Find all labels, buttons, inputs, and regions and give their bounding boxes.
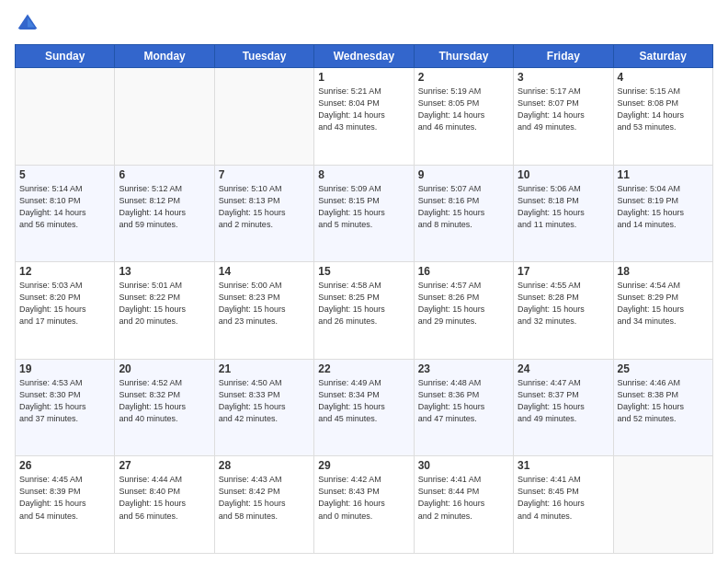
day-info: Sunrise: 5:21 AM Sunset: 8:04 PM Dayligh… [318, 86, 409, 133]
day-header-thursday: Thursday [414, 45, 513, 68]
day-info: Sunrise: 5:03 AM Sunset: 8:20 PM Dayligh… [19, 280, 110, 327]
day-number: 23 [418, 362, 509, 375]
day-info: Sunrise: 5:15 AM Sunset: 8:08 PM Dayligh… [618, 86, 709, 133]
calendar-cell [115, 68, 214, 166]
calendar-cell: 27Sunrise: 4:44 AM Sunset: 8:40 PM Dayli… [115, 456, 214, 554]
calendar-header-row: SundayMondayTuesdayWednesdayThursdayFrid… [16, 45, 713, 68]
calendar-cell: 13Sunrise: 5:01 AM Sunset: 8:22 PM Dayli… [115, 262, 214, 360]
day-info: Sunrise: 4:57 AM Sunset: 8:26 PM Dayligh… [418, 280, 509, 327]
day-header-sunday: Sunday [16, 45, 115, 68]
calendar-cell: 17Sunrise: 4:55 AM Sunset: 8:28 PM Dayli… [514, 262, 613, 360]
day-number: 7 [219, 168, 310, 181]
day-number: 18 [618, 265, 709, 278]
day-number: 29 [318, 459, 409, 472]
logo-icon [15, 11, 40, 37]
calendar-cell: 16Sunrise: 4:57 AM Sunset: 8:26 PM Dayli… [414, 262, 513, 360]
calendar-cell: 10Sunrise: 5:06 AM Sunset: 8:18 PM Dayli… [514, 165, 613, 262]
day-header-monday: Monday [115, 45, 214, 68]
day-number: 30 [418, 459, 509, 472]
day-number: 26 [19, 459, 110, 472]
day-info: Sunrise: 4:54 AM Sunset: 8:29 PM Dayligh… [618, 280, 709, 327]
day-info: Sunrise: 4:45 AM Sunset: 8:39 PM Dayligh… [19, 474, 110, 522]
calendar-cell: 31Sunrise: 4:41 AM Sunset: 8:45 PM Dayli… [514, 456, 613, 554]
day-info: Sunrise: 4:43 AM Sunset: 8:42 PM Dayligh… [219, 474, 310, 522]
day-number: 9 [418, 168, 509, 181]
day-info: Sunrise: 4:46 AM Sunset: 8:38 PM Dayligh… [618, 377, 709, 425]
calendar-cell: 5Sunrise: 5:14 AM Sunset: 8:10 PM Daylig… [16, 165, 115, 262]
day-number: 8 [318, 168, 409, 181]
day-info: Sunrise: 4:41 AM Sunset: 8:44 PM Dayligh… [418, 474, 509, 522]
day-header-saturday: Saturday [613, 45, 712, 68]
day-number: 16 [418, 265, 509, 278]
calendar-cell: 23Sunrise: 4:48 AM Sunset: 8:36 PM Dayli… [414, 359, 513, 456]
day-number: 15 [318, 265, 409, 278]
day-info: Sunrise: 4:47 AM Sunset: 8:37 PM Dayligh… [518, 377, 609, 425]
day-number: 20 [119, 362, 210, 375]
day-info: Sunrise: 5:00 AM Sunset: 8:23 PM Dayligh… [219, 280, 310, 327]
day-info: Sunrise: 5:01 AM Sunset: 8:22 PM Dayligh… [119, 280, 210, 327]
day-header-wednesday: Wednesday [314, 45, 414, 68]
calendar-cell: 1Sunrise: 5:21 AM Sunset: 8:04 PM Daylig… [314, 68, 414, 166]
day-number: 21 [219, 362, 310, 375]
day-info: Sunrise: 5:12 AM Sunset: 8:12 PM Dayligh… [119, 183, 210, 231]
calendar-week-row: 1Sunrise: 5:21 AM Sunset: 8:04 PM Daylig… [16, 68, 713, 166]
day-number: 28 [219, 459, 310, 472]
calendar-cell: 15Sunrise: 4:58 AM Sunset: 8:25 PM Dayli… [314, 262, 414, 360]
calendar-cell: 11Sunrise: 5:04 AM Sunset: 8:19 PM Dayli… [613, 165, 712, 262]
day-info: Sunrise: 4:52 AM Sunset: 8:32 PM Dayligh… [119, 377, 210, 425]
calendar-cell: 2Sunrise: 5:19 AM Sunset: 8:05 PM Daylig… [414, 68, 513, 166]
day-info: Sunrise: 5:17 AM Sunset: 8:07 PM Dayligh… [518, 86, 609, 133]
calendar-page: SundayMondayTuesdayWednesdayThursdayFrid… [0, 0, 728, 563]
calendar-cell [16, 68, 115, 166]
day-number: 22 [318, 362, 409, 375]
day-info: Sunrise: 4:44 AM Sunset: 8:40 PM Dayligh… [119, 474, 210, 522]
calendar-cell: 7Sunrise: 5:10 AM Sunset: 8:13 PM Daylig… [214, 165, 313, 262]
calendar-cell: 12Sunrise: 5:03 AM Sunset: 8:20 PM Dayli… [16, 262, 115, 360]
calendar-cell: 26Sunrise: 4:45 AM Sunset: 8:39 PM Dayli… [16, 456, 115, 554]
calendar-cell: 20Sunrise: 4:52 AM Sunset: 8:32 PM Dayli… [115, 359, 214, 456]
day-number: 19 [19, 362, 110, 375]
day-number: 13 [119, 265, 210, 278]
day-number: 6 [119, 168, 210, 181]
day-number: 27 [119, 459, 210, 472]
calendar-cell [214, 68, 313, 166]
calendar-cell: 9Sunrise: 5:07 AM Sunset: 8:16 PM Daylig… [414, 165, 513, 262]
calendar-cell: 29Sunrise: 4:42 AM Sunset: 8:43 PM Dayli… [314, 456, 414, 554]
day-info: Sunrise: 5:19 AM Sunset: 8:05 PM Dayligh… [418, 86, 509, 133]
day-info: Sunrise: 5:06 AM Sunset: 8:18 PM Dayligh… [518, 183, 609, 231]
day-number: 10 [518, 168, 609, 181]
logo [15, 11, 44, 37]
calendar-week-row: 19Sunrise: 4:53 AM Sunset: 8:30 PM Dayli… [16, 359, 713, 456]
day-info: Sunrise: 4:49 AM Sunset: 8:34 PM Dayligh… [318, 377, 409, 425]
day-number: 17 [518, 265, 609, 278]
day-info: Sunrise: 5:10 AM Sunset: 8:13 PM Dayligh… [219, 183, 310, 231]
calendar-cell: 28Sunrise: 4:43 AM Sunset: 8:42 PM Dayli… [214, 456, 313, 554]
day-number: 3 [518, 71, 609, 84]
day-info: Sunrise: 4:42 AM Sunset: 8:43 PM Dayligh… [318, 474, 409, 522]
header [15, 11, 713, 37]
calendar-cell [613, 456, 712, 554]
calendar-week-row: 12Sunrise: 5:03 AM Sunset: 8:20 PM Dayli… [16, 262, 713, 360]
calendar-cell: 14Sunrise: 5:00 AM Sunset: 8:23 PM Dayli… [214, 262, 313, 360]
day-number: 24 [518, 362, 609, 375]
day-number: 5 [19, 168, 110, 181]
calendar-table: SundayMondayTuesdayWednesdayThursdayFrid… [15, 44, 713, 554]
calendar-cell: 21Sunrise: 4:50 AM Sunset: 8:33 PM Dayli… [214, 359, 313, 456]
svg-rect-2 [19, 28, 36, 30]
calendar-cell: 19Sunrise: 4:53 AM Sunset: 8:30 PM Dayli… [16, 359, 115, 456]
day-info: Sunrise: 4:55 AM Sunset: 8:28 PM Dayligh… [518, 280, 609, 327]
day-info: Sunrise: 5:04 AM Sunset: 8:19 PM Dayligh… [618, 183, 709, 231]
calendar-cell: 25Sunrise: 4:46 AM Sunset: 8:38 PM Dayli… [613, 359, 712, 456]
day-info: Sunrise: 4:48 AM Sunset: 8:36 PM Dayligh… [418, 377, 509, 425]
calendar-cell: 18Sunrise: 4:54 AM Sunset: 8:29 PM Dayli… [613, 262, 712, 360]
day-info: Sunrise: 4:58 AM Sunset: 8:25 PM Dayligh… [318, 280, 409, 327]
day-header-friday: Friday [514, 45, 613, 68]
day-number: 14 [219, 265, 310, 278]
day-number: 2 [418, 71, 509, 84]
day-number: 12 [19, 265, 110, 278]
day-number: 31 [518, 459, 609, 472]
day-number: 4 [618, 71, 709, 84]
day-number: 1 [318, 71, 409, 84]
calendar-cell: 6Sunrise: 5:12 AM Sunset: 8:12 PM Daylig… [115, 165, 214, 262]
day-info: Sunrise: 5:14 AM Sunset: 8:10 PM Dayligh… [19, 183, 110, 231]
